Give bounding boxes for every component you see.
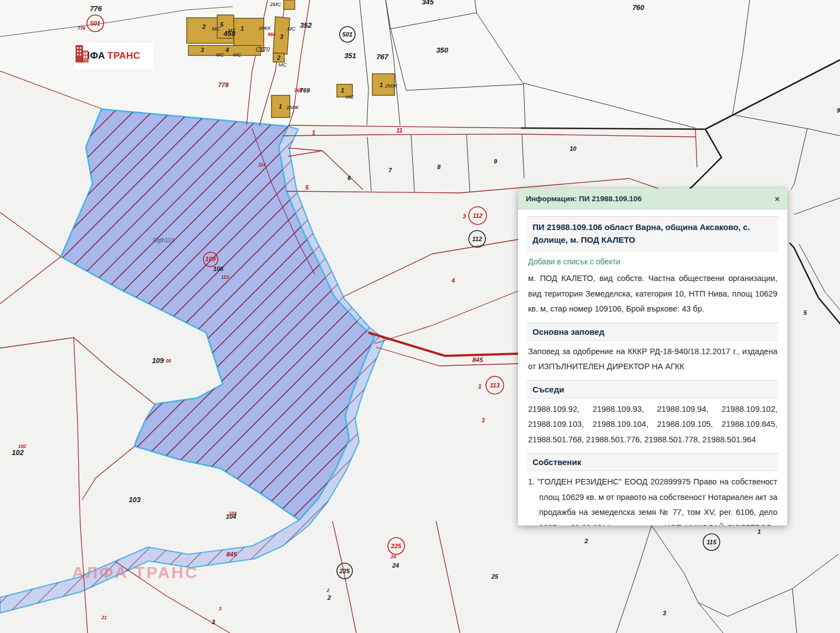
- svg-text:501: 501: [90, 20, 100, 27]
- map-label: МС: [212, 25, 221, 32]
- svg-text:109: 109: [206, 256, 216, 262]
- watermark-text: АЛФА ТРАНС: [72, 563, 199, 582]
- map-label: 5: [803, 309, 807, 316]
- map-label: 21: [101, 615, 107, 620]
- map-label: 5: [305, 184, 309, 191]
- map-label: 3: [463, 213, 466, 219]
- map-label: 7: [388, 167, 392, 173]
- map-label: 845: [472, 356, 483, 363]
- map-label: 3: [280, 33, 283, 40]
- map-label: 964: [268, 32, 275, 37]
- map-label: 845: [226, 551, 237, 558]
- section-owner-heading: Собственик: [527, 453, 778, 471]
- map-label: 1: [478, 383, 482, 390]
- map-label: 2: [202, 23, 206, 30]
- map-parcel-number-circle: 112: [469, 207, 486, 224]
- section-neighbors-heading: Съседи: [527, 380, 778, 399]
- info-panel-body: ПИ 21988.109.106 област Варна, община Ак…: [518, 210, 787, 525]
- map-label: 6: [347, 175, 351, 181]
- map-label: 8: [437, 164, 441, 170]
- highlighted-parcel-109-106[interactable]: [61, 109, 375, 520]
- map-label: 10: [570, 145, 577, 152]
- road-845: [368, 333, 521, 356]
- map-label: 3: [201, 47, 204, 53]
- map-label: 9: [837, 107, 840, 114]
- map-label: 776: [90, 4, 102, 13]
- map-label: 352: [300, 21, 312, 29]
- map-parcel-number-circle: 112: [469, 231, 485, 247]
- map-label: 25: [491, 573, 499, 580]
- parcel-title: ПИ 21988.109.106 област Варна, община Ак…: [527, 216, 778, 251]
- map-label: 2МЖ: [286, 104, 299, 110]
- close-icon[interactable]: ×: [775, 195, 780, 203]
- map-label: 2: [584, 538, 588, 544]
- map-label: 114: [258, 162, 266, 167]
- svg-text:225: 225: [339, 568, 350, 574]
- map-label: МТ: [228, 27, 236, 33]
- map-label: 767: [376, 53, 388, 61]
- map-label: 3: [212, 619, 215, 625]
- map-label: 109: [152, 356, 164, 365]
- map-label: 5: [220, 21, 224, 28]
- map-label: 2: [276, 54, 280, 61]
- map-label: 11: [397, 127, 403, 134]
- map-label: 4: [451, 277, 455, 284]
- info-panel-title: Информация: ПИ 21988.109.106: [526, 195, 642, 203]
- section-order-text: Заповед за одобрение на КККР РД-18-940/1…: [528, 344, 777, 375]
- map-label: 769: [300, 87, 310, 94]
- svg-text:113: 113: [490, 382, 500, 389]
- section-neighbors-text: 21988.109.92, 21988.109.93, 21988.109.94…: [528, 402, 777, 448]
- info-panel-header: Информация: ПИ 21988.109.106 ×: [518, 188, 787, 210]
- map-label: ИЖК: [259, 25, 272, 31]
- map-label: МС: [233, 52, 242, 58]
- map-label: МС: [216, 52, 224, 58]
- svg-text:225: 225: [391, 543, 402, 549]
- map-label: 106: [213, 266, 224, 272]
- map-label: МС: [279, 62, 287, 68]
- map-label: 2МЖ: [385, 83, 398, 89]
- alfa-trans-logo: АЛФА ТРАНС: [74, 42, 155, 70]
- map-label: 9: [494, 158, 498, 165]
- map-label: 2МС: [269, 1, 281, 7]
- map-label: 778: [218, 81, 229, 88]
- map-label: 350: [436, 46, 448, 54]
- map-label: 1: [240, 25, 244, 32]
- map-label: 1: [757, 528, 761, 535]
- map-label: 113: [221, 274, 229, 280]
- map-label: 351: [344, 52, 356, 60]
- map-label: 776: [78, 25, 85, 31]
- map-label: С170: [255, 46, 269, 53]
- map-label: 345: [422, 0, 434, 6]
- map-label: 760: [632, 3, 644, 12]
- map-label: 3: [482, 417, 485, 423]
- section-owner-text: 1. "ГОЛДЕН РЕЗИДЕНС" ЕООД 202899975 Прав…: [528, 474, 777, 525]
- buildings-icon: [74, 42, 90, 64]
- map-label: 1: [279, 103, 282, 110]
- map-label: 05: [166, 358, 171, 364]
- map-label: 3: [219, 606, 222, 611]
- svg-text:501: 501: [342, 31, 352, 38]
- section-order-heading: Основна заповед: [527, 323, 778, 341]
- map-label: 2: [326, 588, 330, 593]
- svg-text:115: 115: [706, 539, 716, 545]
- map-label: 1: [341, 87, 344, 94]
- map-parcel-number-circle: 113: [486, 376, 504, 394]
- parcel-description: м. ПОД КАЛЕТО, вид собств. Частна общест…: [528, 271, 777, 317]
- add-to-list-link[interactable]: Добави в списък с обекти: [528, 257, 777, 266]
- map-label: 1: [380, 81, 383, 88]
- logo-text-trans: ТРАНС: [107, 50, 141, 62]
- map-label: 104: [226, 513, 236, 520]
- map-label: 2: [327, 594, 331, 601]
- info-panel: Информация: ПИ 21988.109.106 × ПИ 21988.…: [518, 188, 787, 525]
- map-label: 4: [225, 47, 229, 53]
- map-label: Ogth119: [153, 237, 174, 243]
- map-label: 103: [129, 496, 141, 504]
- map-label: 3: [663, 610, 666, 616]
- map-parcel-number-circle: 115: [703, 534, 720, 550]
- svg-text:112: 112: [473, 212, 483, 219]
- cadastral-map-app: 7767762МС352345760351767350458251МСМТИЖК…: [0, 0, 840, 633]
- map-parcel-number-circle: 225: [388, 538, 404, 554]
- map-label: МС: [288, 25, 296, 32]
- svg-text:112: 112: [472, 236, 482, 242]
- map-label: МС: [346, 94, 354, 100]
